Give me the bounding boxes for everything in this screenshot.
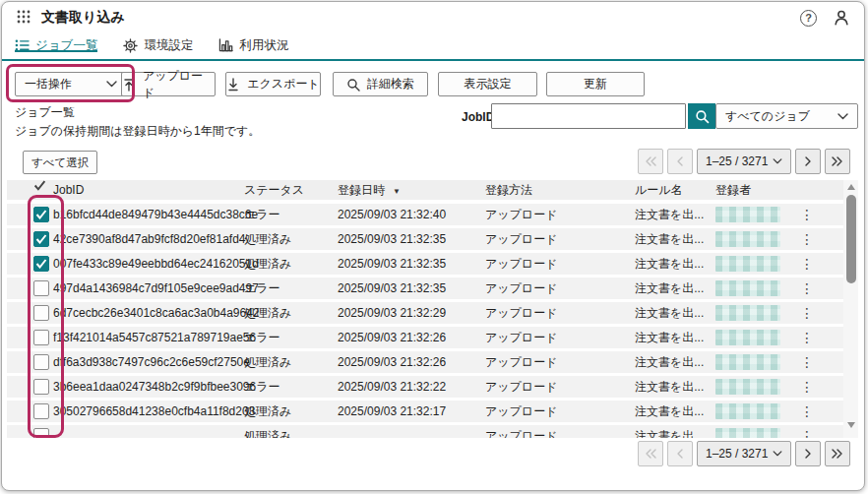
cell-registered-at: 2025/09/03 21:32:26 [338, 351, 446, 373]
cell-jobid: dff6a3d938c7497c96c2c6e59cf2750e [53, 351, 250, 373]
last-page-button[interactable] [825, 149, 850, 174]
detail-search-button[interactable]: 詳細検索 [333, 72, 428, 96]
export-button[interactable]: エクスポート [225, 72, 321, 96]
upload-button[interactable]: アップロード [121, 72, 216, 96]
check-icon [35, 210, 47, 219]
scroll-up-icon[interactable] [843, 180, 858, 194]
bulk-action-select[interactable]: 一括操作 [15, 72, 127, 96]
cell-rule-name: 注文書を出... [635, 302, 704, 324]
display-settings-button[interactable]: 表示設定 [438, 72, 537, 96]
cell-status: エラー [244, 278, 280, 299]
chevron-left-icon [676, 156, 684, 166]
double-chevron-left-icon [645, 449, 656, 459]
header-registrant[interactable]: 登録者 [715, 180, 751, 200]
prev-page-button[interactable] [667, 441, 693, 466]
app-window: 文書取り込み ? ジョブ一覧 環境設定 [1, 1, 865, 491]
cell-registered-at: 2025/09/03 21:32:17 [338, 401, 446, 422]
table-scrollbar[interactable] [843, 180, 858, 438]
first-page-button[interactable] [638, 149, 663, 174]
sort-desc-icon: ▼ [393, 187, 401, 196]
page-title: 文書取り込み [41, 9, 125, 27]
header-registered-at[interactable]: 登録日時▼ [338, 180, 401, 202]
row-menu-kebab-icon[interactable]: ⋮ [800, 204, 814, 225]
last-page-button[interactable] [825, 441, 850, 466]
app-grid-icon[interactable] [17, 10, 31, 24]
next-page-button[interactable] [795, 441, 821, 466]
cell-registered-at: 2025/09/03 21:32:26 [338, 327, 446, 348]
cell-status: 処理済み [244, 351, 291, 373]
cell-registrant-redacted [715, 256, 780, 272]
table-row: 処理済み アップロード 注文書を出... ⋮ [7, 425, 843, 438]
row-menu-kebab-icon[interactable]: ⋮ [800, 351, 814, 373]
retention-note: ジョブの保持期間は登録日時から1年間です。 [15, 123, 260, 140]
tab-label: 利用状況 [239, 37, 288, 54]
row-checkbox[interactable] [33, 403, 49, 419]
row-menu-kebab-icon[interactable]: ⋮ [800, 425, 814, 438]
cell-registrant-redacted [715, 330, 780, 345]
nav-tabs: ジョブ一覧 環境設定 利用状況 [2, 31, 864, 61]
row-menu-kebab-icon[interactable]: ⋮ [800, 278, 814, 299]
header-rule-name[interactable]: ルール名 [635, 180, 683, 200]
next-page-button[interactable] [795, 149, 821, 174]
prev-page-button[interactable] [667, 149, 693, 174]
row-menu-kebab-icon[interactable]: ⋮ [800, 376, 814, 398]
scroll-down-icon[interactable] [843, 418, 858, 432]
cell-registered-at: 2025/09/03 21:32:22 [338, 376, 446, 398]
row-checkbox[interactable] [33, 256, 49, 272]
refresh-button[interactable]: 更新 [546, 72, 645, 96]
tab-settings[interactable]: 環境設定 [123, 31, 193, 59]
scrollbar-thumb[interactable] [846, 195, 856, 283]
list-icon [15, 38, 30, 52]
chevron-right-icon [804, 156, 812, 166]
user-icon[interactable] [833, 9, 850, 27]
cell-jobid: 497d4a1436984c7d9f105e9cee9ad497 [53, 278, 259, 299]
chevron-down-icon [837, 113, 848, 120]
job-filter-select[interactable]: すべてのジョブ [715, 103, 858, 129]
cell-jobid: 6d7cecbc26e3401c8ca6ac3a0b4a9642 [53, 302, 260, 324]
page-range-value: 1–25 / 3271 [706, 154, 768, 168]
row-menu-kebab-icon[interactable]: ⋮ [800, 401, 814, 422]
page-range-select[interactable]: 1–25 / 3271 [697, 149, 791, 174]
row-checkbox[interactable] [33, 231, 49, 247]
row-checkbox[interactable] [33, 428, 49, 438]
cell-jobid: 007fe433c89e49eebbd64ec24162051d [53, 253, 259, 275]
upload-icon [122, 78, 136, 92]
select-all-check-icon[interactable] [33, 180, 46, 191]
header-method[interactable]: 登録方法 [485, 180, 532, 200]
tab-job-list[interactable]: ジョブ一覧 [15, 31, 97, 59]
cell-registrant-redacted [715, 379, 780, 395]
row-menu-kebab-icon[interactable]: ⋮ [800, 327, 814, 348]
row-menu-kebab-icon[interactable]: ⋮ [800, 302, 814, 324]
gear-icon [123, 38, 138, 53]
jobid-search-input[interactable] [491, 103, 686, 129]
chevron-down-icon [106, 81, 117, 88]
row-checkbox[interactable] [33, 330, 49, 345]
header-status[interactable]: ステータス [244, 180, 304, 200]
cell-status: 処理済み [244, 401, 291, 422]
double-chevron-right-icon [832, 449, 843, 459]
row-menu-kebab-icon[interactable]: ⋮ [800, 228, 814, 250]
cell-registrant-redacted [715, 280, 780, 296]
row-checkbox[interactable] [33, 354, 49, 370]
row-checkbox[interactable] [33, 207, 49, 222]
cell-method: アップロード [485, 204, 557, 225]
cell-method: アップロード [485, 401, 557, 422]
page-range-select[interactable]: 1–25 / 3271 [697, 441, 791, 466]
select-all-button[interactable]: すべて選択 [23, 151, 97, 174]
tab-usage[interactable]: 利用状況 [218, 31, 288, 59]
cell-registered-at: 2025/09/03 21:32:40 [338, 204, 446, 225]
help-icon[interactable]: ? [800, 10, 817, 27]
cell-jobid: 30502796658d41238e0cfb4a11f8d203 [53, 401, 255, 422]
cell-rule-name: 注文書を出... [635, 253, 704, 275]
first-page-button[interactable] [638, 441, 663, 466]
table-row: f13f421014a5457c87521a789719ae56 エラー 202… [7, 327, 843, 348]
cell-jobid: f13f421014a5457c87521a789719ae56 [53, 327, 256, 348]
row-checkbox[interactable] [33, 280, 49, 296]
cell-registrant-redacted [715, 403, 780, 419]
header-jobid[interactable]: JobID [53, 180, 84, 200]
row-checkbox[interactable] [33, 305, 49, 321]
jobid-search-button[interactable] [688, 103, 715, 129]
row-checkbox[interactable] [33, 379, 49, 395]
row-menu-kebab-icon[interactable]: ⋮ [800, 253, 814, 275]
cell-registrant-redacted [715, 305, 780, 321]
